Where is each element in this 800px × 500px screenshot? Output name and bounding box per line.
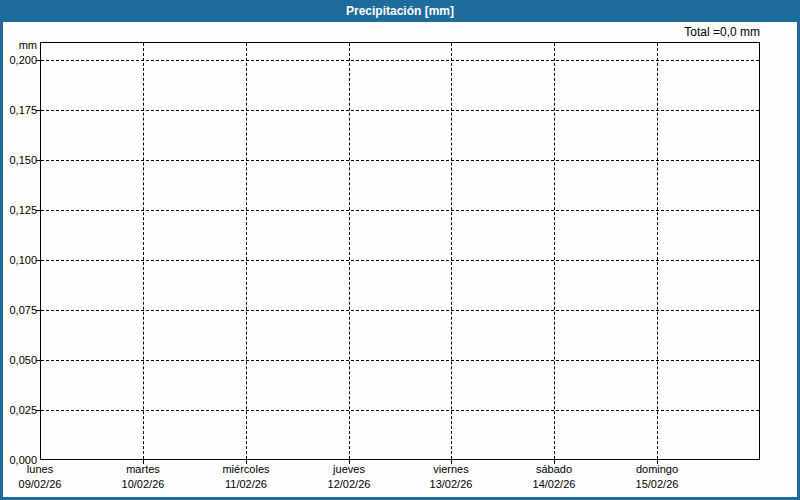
y-axis-unit-label: mm (0, 39, 37, 52)
precipitation-chart-window: Precipitación [mm] Total =0,0 mm mm 0,00… (0, 0, 800, 500)
x-date-label: 11/02/26 (199, 478, 293, 492)
v-gridline (246, 43, 247, 459)
v-gridline (554, 43, 555, 459)
h-gridline (41, 310, 759, 311)
x-date-label: 10/02/26 (96, 478, 190, 492)
v-gridline (143, 43, 144, 459)
v-gridline (451, 43, 452, 459)
x-day-label: miércoles (199, 463, 293, 477)
h-gridline (41, 260, 759, 261)
chart-title: Precipitación [mm] (346, 4, 454, 18)
total-precipitation-label: Total =0,0 mm (460, 25, 760, 39)
v-gridline (349, 43, 350, 459)
y-tick-label: 0,125 (0, 204, 37, 217)
y-tick-label: 0,150 (0, 154, 37, 167)
x-date-label: 09/02/26 (0, 478, 87, 492)
x-day-label: domingo (610, 463, 704, 477)
x-date-label: 15/02/26 (610, 478, 704, 492)
h-gridline (41, 360, 759, 361)
plot-area (40, 42, 760, 460)
x-date-label: 13/02/26 (404, 478, 498, 492)
y-tick-label: 0,100 (0, 254, 37, 267)
y-tick-label: 0,025 (0, 404, 37, 417)
y-tick-label: 0,200 (0, 54, 37, 67)
h-gridline (41, 60, 759, 61)
x-day-label: sábado (507, 463, 601, 477)
chart-title-bar: Precipitación [mm] (0, 0, 800, 22)
x-day-label: martes (96, 463, 190, 477)
h-gridline (41, 210, 759, 211)
y-tick-label: 0,175 (0, 104, 37, 117)
x-date-label: 14/02/26 (507, 478, 601, 492)
h-gridline (41, 410, 759, 411)
y-tick-label: 0,050 (0, 354, 37, 367)
x-day-label: viernes (404, 463, 498, 477)
h-gridline (41, 110, 759, 111)
h-gridline (41, 160, 759, 161)
v-gridline (657, 43, 658, 459)
x-day-label: lunes (0, 463, 87, 477)
x-day-label: jueves (302, 463, 396, 477)
x-date-label: 12/02/26 (302, 478, 396, 492)
y-tick-label: 0,075 (0, 304, 37, 317)
